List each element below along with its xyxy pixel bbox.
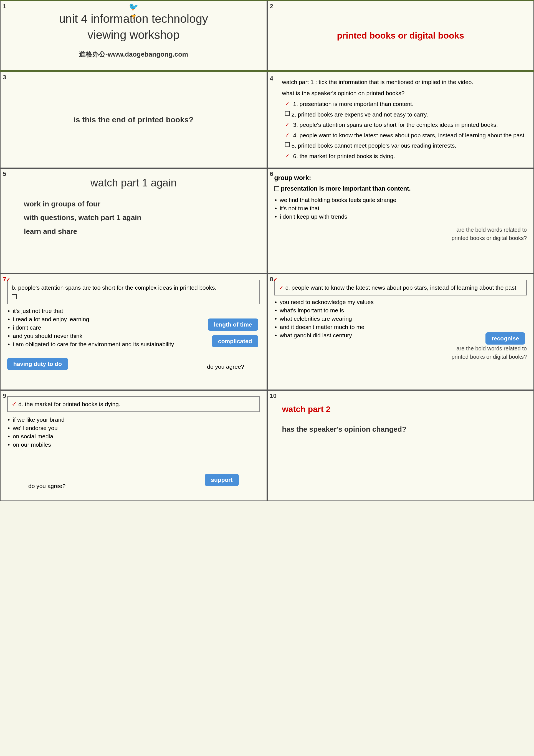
btn-having-duty[interactable]: having duty to do bbox=[7, 358, 68, 370]
cell6-group-title: group work: bbox=[274, 174, 527, 182]
cell-number-2: 2 bbox=[270, 3, 273, 10]
btn-recognise[interactable]: recognise bbox=[486, 332, 525, 344]
cell7-statement-box: b. people's attention spans are too shor… bbox=[7, 280, 260, 304]
cell-number-5: 5 bbox=[3, 170, 6, 177]
cell-number-9: 9 bbox=[3, 392, 6, 399]
cell-3: 3 is this the end of printed books? bbox=[0, 71, 267, 168]
cell-2: 2 printed books or digital books bbox=[267, 0, 534, 71]
cell6-related-question: are the bold words related to printed bo… bbox=[274, 226, 527, 242]
check-icon: ✓ bbox=[285, 152, 292, 160]
list-item: on our mobiles bbox=[7, 442, 260, 448]
cell-number-4: 4 bbox=[270, 74, 273, 83]
bird-icon: 🐦🏆 bbox=[129, 2, 138, 20]
cell-9: 9 ✓ d. the market for printed books is d… bbox=[0, 390, 267, 501]
cell-8: 8✓ ✓ c. people want to know the latest n… bbox=[267, 274, 534, 390]
cell-number-6: 6 bbox=[270, 170, 273, 177]
list-item: if we like your brand bbox=[7, 417, 260, 423]
cell-number-1: 1 bbox=[3, 3, 6, 10]
list-item: you need to acknowledge my values bbox=[274, 299, 527, 306]
cell-10: 10 watch part 2 has the speaker's opinio… bbox=[267, 390, 534, 501]
cell9-agree-text: do you agree? bbox=[28, 483, 66, 489]
cell4-instruction: watch part 1 : tick the information that… bbox=[282, 78, 527, 87]
cell8-related-question: are the bold words related to printed bo… bbox=[274, 344, 527, 361]
cell4-option: ✓ 6. the market for printed books is dyi… bbox=[282, 152, 527, 161]
cell6-checkbox[interactable] bbox=[274, 186, 279, 191]
cell4-option: ✓ 4. people want to know the latest news… bbox=[282, 131, 527, 140]
cell4-option: 2. printed books are expensive and not e… bbox=[282, 110, 527, 119]
cell5-instruction-item: learn and share bbox=[24, 225, 260, 238]
list-item: what celebrities are wearing bbox=[274, 315, 527, 322]
check-icon: ✓ bbox=[285, 121, 292, 129]
cell5-instruction-item: work in groups of four bbox=[24, 197, 260, 211]
cell-6: 6 group work: presentation is more impor… bbox=[267, 168, 534, 274]
cell9-statement: d. the market for printed books is dying… bbox=[18, 401, 120, 407]
cell-7: 7✓ b. people's attention spans are too s… bbox=[0, 274, 267, 390]
cell10-question: has the speaker's opinion changed? bbox=[282, 425, 527, 434]
cell9-statement-box: ✓ d. the market for printed books is dyi… bbox=[7, 396, 260, 412]
list-item: and it doesn't matter much to me bbox=[274, 324, 527, 330]
cell7-statement: b. people's attention spans are too shor… bbox=[12, 284, 216, 291]
cell4-question: what is the speaker's opinion on printed… bbox=[282, 89, 527, 98]
cell7-inner-checkbox[interactable] bbox=[12, 294, 17, 299]
list-item: on social media bbox=[7, 433, 260, 440]
main-grid: 1 🐦🏆 unit 4 information technology viewi… bbox=[0, 0, 534, 501]
cell5-instructions: work in groups of fourwith questions, wa… bbox=[7, 197, 260, 238]
btn-complicated[interactable]: complicated bbox=[212, 335, 258, 347]
cell-4: 4 watch part 1 : tick the information th… bbox=[267, 71, 534, 168]
cell5-instruction-item: with questions, watch part 1 again bbox=[24, 211, 260, 225]
btn-length-of-time[interactable]: length of time bbox=[208, 318, 258, 331]
cell1-title2: viewing workshop bbox=[9, 28, 258, 41]
list-item: it's just not true that bbox=[7, 308, 260, 314]
check-icon: ✓ bbox=[285, 131, 292, 139]
list-item: we'll endorse you bbox=[7, 425, 260, 431]
cell8-statement-box: ✓ c. people want to know the latest news… bbox=[274, 280, 527, 295]
cell7-agree-text: do you agree? bbox=[207, 364, 244, 370]
cell-number-8: 8✓ bbox=[270, 276, 278, 283]
btn-support[interactable]: support bbox=[205, 474, 239, 486]
cell5-watch-title: watch part 1 again bbox=[7, 177, 260, 189]
cell6-statement: presentation is more important than cont… bbox=[274, 185, 527, 192]
cell3-question: is this the end of printed books? bbox=[73, 116, 193, 124]
cell9-check: ✓ bbox=[12, 401, 18, 408]
cell8-statement: c. people want to know the latest news a… bbox=[285, 284, 518, 291]
cell-number-10: 10 bbox=[270, 392, 277, 399]
cell2-heading: printed books or digital books bbox=[337, 31, 464, 41]
cell4-option: 5. printed books cannot meet people's va… bbox=[282, 141, 527, 150]
list-item: i don't keep up with trends bbox=[274, 213, 527, 220]
cell1-subtitle: 道格办公-www.daogebangong.com bbox=[9, 50, 258, 59]
checkbox-icon[interactable] bbox=[285, 111, 290, 116]
cell-number-7: 7✓ bbox=[3, 276, 10, 283]
cell4-option: ✓ 3. people's attention spans are too sh… bbox=[282, 121, 527, 129]
cell10-watch-part2: watch part 2 bbox=[282, 404, 527, 414]
cell8-check: ✓ bbox=[279, 284, 285, 291]
check-icon: ✓ bbox=[285, 99, 292, 108]
checkbox-icon[interactable] bbox=[285, 142, 290, 147]
cell4-option: ✓ 1. presentation is more important than… bbox=[282, 99, 527, 108]
list-item: what's important to me is bbox=[274, 307, 527, 314]
cell-number-3: 3 bbox=[3, 74, 6, 81]
list-item: it's not true that bbox=[274, 205, 527, 212]
cell-5: 5 watch part 1 again work in groups of f… bbox=[0, 168, 267, 274]
cell-1: 1 🐦🏆 unit 4 information technology viewi… bbox=[0, 0, 267, 71]
cell6-bullet-list: we find that holding books feels quite s… bbox=[274, 197, 527, 220]
list-item: we find that holding books feels quite s… bbox=[274, 197, 527, 203]
cell4-options-list: ✓ 1. presentation is more important than… bbox=[282, 99, 527, 160]
cell9-bullet-list: if we like your brandwe'll endorse youon… bbox=[7, 417, 260, 448]
